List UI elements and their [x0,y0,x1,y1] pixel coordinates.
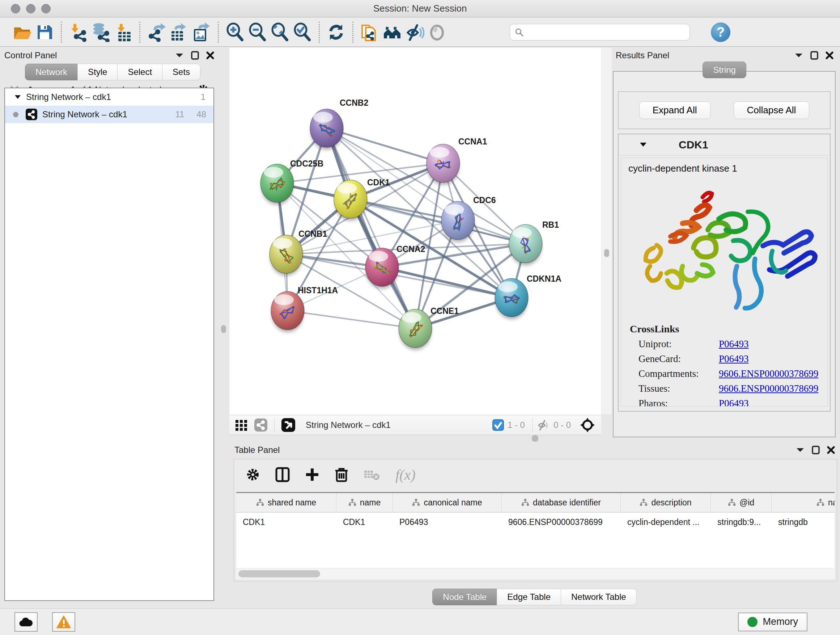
selected-checkbox-icon[interactable] [493,419,504,431]
network-edge-HIST1H1A-CCNE1[interactable] [287,310,415,328]
crosslink-link[interactable]: P06493 [719,339,749,350]
column-header-description[interactable]: description [621,493,711,512]
expand-all-button[interactable]: Expand All [639,101,711,119]
network-edge-CCNB2-CCNE1[interactable] [327,128,415,328]
zoom-out-button[interactable] [246,21,269,43]
crosslink-link[interactable]: 9606.ENSP00000378699 [719,383,818,394]
network-row[interactable]: String Network – cdk1 11 48 [5,106,213,123]
refresh-button[interactable] [325,21,347,43]
save-session-button[interactable] [33,21,56,43]
tab-style[interactable]: Style [77,64,118,80]
birdseye-toggle-icon[interactable] [281,418,295,432]
window-titlebar: Session: New Session [0,0,840,17]
search-input[interactable] [527,27,685,37]
tab-network-table[interactable]: Network Table [561,589,637,605]
column-header-namespace[interactable]: namespace [772,493,835,512]
zoom-selected-button[interactable] [291,21,314,43]
home-networks-button[interactable] [381,21,403,43]
zoom-fit-button[interactable] [269,21,291,43]
cloud-status-button[interactable] [14,612,38,632]
tab-node-table[interactable]: Node Table [432,589,497,605]
cell-namespace[interactable]: stringdb [772,517,835,527]
network-node-CDKN1A[interactable]: CDKN1A [495,274,561,319]
show-columns-icon[interactable] [275,467,290,482]
column-header--id[interactable]: @id [711,493,772,512]
cell-database-identifier[interactable]: 9606.ENSP00000378699 [502,517,621,527]
open-session-button[interactable] [11,21,33,43]
collapse-panel-icon[interactable] [796,448,805,453]
column-header-canonical-name[interactable]: canonical name [393,493,502,512]
import-table-button[interactable] [112,21,134,43]
protein-header[interactable]: CDK1 [619,134,830,155]
network-list-icon[interactable] [254,418,268,432]
tree-expander-icon[interactable] [14,95,21,99]
scrollbar-thumb[interactable] [238,570,320,578]
network-collection-row[interactable]: String Network – cdk1 1 [5,88,213,106]
add-column-icon[interactable] [305,467,319,482]
splitter-handle[interactable] [532,435,538,442]
import-network-button[interactable] [67,21,89,43]
import-database-button[interactable] [89,21,112,43]
zoom-in-button[interactable] [224,21,246,43]
tab-network[interactable]: Network [25,64,78,80]
toolbar-separator [274,418,275,432]
table-row[interactable]: CDK1CDK1P064939606.ENSP00000378699cyclin… [236,513,835,532]
float-panel-icon[interactable] [191,51,199,60]
network-canvas[interactable]: CCNB2CCNA1CDC25BCDK1CDC6RB1CCNB1CCNA2CDK… [229,48,601,415]
splitter-handle[interactable] [604,249,609,257]
tab-edge-table[interactable]: Edge Table [497,589,561,605]
export-table-button[interactable] [168,21,190,43]
crosslink-link[interactable]: P06493 [719,353,749,364]
float-panel-icon[interactable] [812,446,820,454]
cell-description[interactable]: cyclin-dependent ... [621,517,711,527]
network-graph[interactable]: CCNB2CCNA1CDC25BCDK1CDC6RB1CCNB1CCNA2CDK… [229,48,601,415]
grid-view-icon[interactable] [235,418,248,432]
left-splitter[interactable] [218,48,229,601]
splitter-handle[interactable] [221,325,226,333]
cell--id[interactable]: stringdb:9... [711,517,772,527]
gray-eye-icon [427,22,447,42]
column-header-name[interactable]: name [336,493,393,512]
collapse-all-button[interactable]: Collapse All [734,101,810,119]
help-button[interactable]: ? [711,22,730,42]
hide-selected-button[interactable] [403,21,426,43]
cell-shared-name[interactable]: CDK1 [236,517,336,527]
warning-status-button[interactable] [52,612,75,632]
export-network-button[interactable] [145,21,168,43]
tab-sets[interactable]: Sets [162,64,201,80]
cell-canonical-name[interactable]: P06493 [393,517,502,527]
network-edge-CCNA2-CDKN1A[interactable] [382,267,512,298]
collapse-panel-icon[interactable] [175,53,184,58]
tab-select[interactable]: Select [117,64,163,80]
show-all-button[interactable] [426,21,448,43]
network-edge-CDK1-RB1[interactable] [351,199,526,244]
protein-structure-image [628,176,824,320]
network-edge-CCNB2-CCNA1[interactable] [327,128,443,163]
column-header-database-identifier[interactable]: database identifier [502,493,621,512]
horizontal-scrollbar[interactable] [236,568,835,579]
float-panel-icon[interactable] [810,51,818,60]
delete-column-icon[interactable] [335,467,348,482]
section-expander-icon[interactable] [639,142,647,147]
memory-button[interactable]: Memory [738,613,807,631]
table-options-gear-icon[interactable] [246,467,260,482]
tab-string[interactable]: String [703,62,746,78]
network-node-CCNA1[interactable]: CCNA1 [426,137,487,185]
right-splitter[interactable] [602,48,612,414]
cell-name[interactable]: CDK1 [336,517,393,527]
fit-content-crosshair-icon[interactable] [579,417,595,433]
network-node-RB1[interactable]: RB1 [509,220,559,265]
crosslink-link[interactable]: 9606.ENSP00000378699 [719,368,818,379]
share-file-button[interactable] [358,21,381,43]
crosslink-link[interactable]: P06493 [719,398,749,407]
collapse-panel-icon[interactable] [794,53,803,58]
network-node-HIST1H1A[interactable]: HIST1H1A [271,286,338,333]
close-panel-icon[interactable] [827,446,835,454]
close-panel-icon[interactable] [826,51,834,59]
network-node-CCNB2[interactable]: CCNB2 [310,98,368,150]
network-node-CDC6[interactable]: CDC6 [441,195,496,242]
network-node-CCNE1[interactable]: CCNE1 [399,306,459,350]
export-image-button[interactable] [190,21,213,43]
column-header-shared-name[interactable]: shared name [236,493,336,512]
close-panel-icon[interactable] [206,51,214,59]
